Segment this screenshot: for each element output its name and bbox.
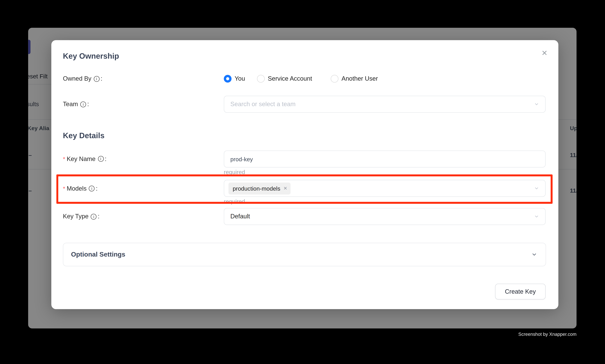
label-colon: : bbox=[105, 155, 106, 162]
radio-owned-by-service-account[interactable]: Service Account bbox=[257, 75, 312, 83]
info-icon[interactable]: i bbox=[80, 101, 86, 107]
info-icon[interactable]: i bbox=[89, 186, 95, 192]
radio-unselected-icon[interactable] bbox=[257, 75, 265, 83]
radio-label: Another User bbox=[342, 75, 378, 82]
key-type-select[interactable]: Default bbox=[224, 208, 546, 225]
selected-model-tag: production-models ✕ bbox=[229, 182, 291, 194]
models-select[interactable]: production-models ✕ bbox=[224, 180, 546, 197]
info-icon[interactable]: i bbox=[94, 76, 100, 82]
owned-by-label-text: Owned By bbox=[63, 75, 91, 82]
required-asterisk: * bbox=[63, 155, 65, 163]
key-name-field[interactable] bbox=[224, 151, 546, 168]
label-colon: : bbox=[96, 185, 98, 192]
close-icon[interactable]: ✕ bbox=[540, 48, 549, 58]
radio-label: You bbox=[234, 75, 245, 82]
key-name-input[interactable] bbox=[224, 151, 545, 167]
model-tag-label: production-models bbox=[233, 185, 280, 192]
xnapper-watermark: Screenshot by Xnapper.com bbox=[518, 332, 577, 337]
radio-owned-by-another-user[interactable]: Another User bbox=[331, 75, 378, 83]
key-name-label: * Key Name i : bbox=[63, 155, 106, 163]
radio-label: Service Account bbox=[268, 75, 312, 82]
team-label-text: Team bbox=[63, 101, 78, 108]
radio-selected-icon[interactable] bbox=[224, 75, 232, 83]
label-colon: : bbox=[87, 101, 89, 108]
radio-unselected-icon[interactable] bbox=[331, 75, 338, 83]
tag-remove-icon[interactable]: ✕ bbox=[283, 186, 287, 191]
chevron-down-icon bbox=[534, 214, 539, 219]
models-validation-message: required bbox=[224, 198, 245, 205]
team-label: Team i : bbox=[63, 101, 89, 108]
optional-settings-toggle[interactable]: Optional Settings bbox=[63, 243, 546, 266]
label-colon: : bbox=[98, 213, 100, 220]
screenshot-stage: eset Filt sults Key Alia Up – 11/ – 11/ … bbox=[0, 0, 605, 364]
modal-title: Key Ownership bbox=[63, 52, 119, 61]
info-icon[interactable]: i bbox=[98, 156, 103, 162]
key-type-label: Key Type i : bbox=[63, 213, 100, 220]
create-key-button[interactable]: Create Key bbox=[495, 284, 546, 299]
team-search-input[interactable] bbox=[224, 96, 545, 112]
models-label: * Models i : bbox=[63, 184, 98, 193]
key-type-value: Default bbox=[224, 213, 250, 220]
radio-owned-by-you[interactable]: You bbox=[224, 75, 245, 83]
info-icon[interactable]: i bbox=[91, 214, 97, 219]
chevron-down-icon bbox=[534, 102, 539, 107]
chevron-down-icon bbox=[531, 252, 537, 257]
key-name-validation-message: required bbox=[224, 169, 245, 175]
create-key-modal: Key Ownership ✕ Owned By i : You Service… bbox=[51, 40, 558, 309]
models-label-text: Models bbox=[67, 185, 87, 192]
key-type-label-text: Key Type bbox=[63, 213, 89, 220]
key-name-label-text: Key Name bbox=[67, 155, 95, 162]
team-select[interactable] bbox=[224, 96, 546, 113]
chevron-down-icon bbox=[534, 186, 539, 191]
required-asterisk: * bbox=[63, 184, 65, 193]
key-details-section-title: Key Details bbox=[63, 131, 104, 140]
owned-by-label: Owned By i : bbox=[63, 75, 102, 82]
label-colon: : bbox=[101, 75, 102, 82]
optional-settings-label: Optional Settings bbox=[71, 251, 125, 259]
